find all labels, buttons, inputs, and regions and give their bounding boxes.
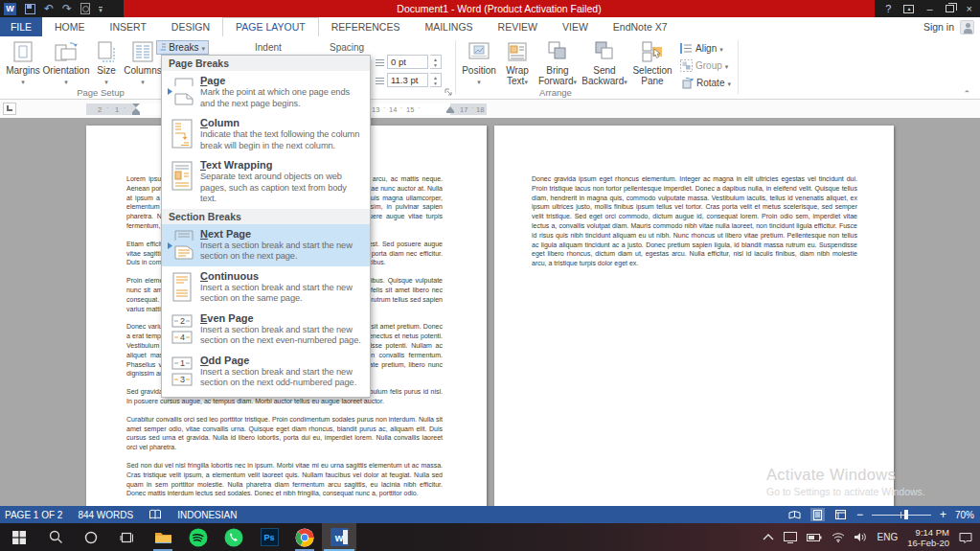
send-backward-button[interactable]: Send Backward	[581, 39, 628, 92]
ruler-number: 15	[406, 105, 414, 114]
ruler-number: 14	[389, 105, 397, 114]
spacing-before-row: 0 pt ▲▼	[376, 55, 442, 69]
customize-qat-icon[interactable]: ▾	[99, 7, 103, 13]
restore-icon[interactable]	[946, 5, 954, 12]
clock[interactable]: 9:14 PM 16-Feb-20	[907, 527, 949, 548]
position-button[interactable]: Position	[460, 39, 498, 92]
tab-file[interactable]: FILE	[0, 17, 42, 36]
menu-item-next-page-break[interactable]: Next Page Insert a section break and sta…	[162, 224, 370, 266]
tab-stop-selector[interactable]	[3, 103, 16, 115]
window-title: Document1 - Word (Product Activation Fai…	[124, 0, 875, 17]
redo-icon[interactable]: ↷	[62, 3, 72, 14]
tab-review[interactable]: REVIEW	[486, 17, 550, 36]
print-layout-icon[interactable]	[810, 508, 825, 521]
date: 16-Feb-20	[907, 538, 949, 548]
ribbon-display-options-icon[interactable]: ▴	[903, 5, 914, 13]
spacing-before-stepper[interactable]: ▲▼	[430, 55, 442, 69]
menu-item-column-break[interactable]: Column Indicate that the text following …	[162, 113, 370, 155]
task-view-button[interactable]	[109, 523, 144, 551]
align-button[interactable]: Align	[680, 41, 723, 55]
zoom-slider[interactable]	[872, 509, 931, 520]
group-button[interactable]: Group	[680, 58, 728, 72]
orientation-button[interactable]: Orientation	[42, 39, 90, 92]
spacing-after-input[interactable]: 11.3 pt	[387, 73, 428, 87]
paragraph-dialog-launcher-icon[interactable]	[444, 88, 453, 97]
rotate-button[interactable]: Rotate	[680, 76, 731, 89]
size-button[interactable]: Size	[92, 39, 121, 92]
save-icon[interactable]	[25, 4, 35, 14]
margins-button[interactable]: Margins	[4, 39, 42, 92]
collapse-ribbon-icon[interactable]: ⌃	[963, 89, 970, 99]
menu-item-even-page-break[interactable]: 2 4 Even Page Insert a section break and…	[162, 309, 370, 351]
ribbon-tab-row: FILE HOME INSERT DESIGN PAGE LAYOUT REFE…	[0, 17, 980, 36]
start-button[interactable]	[2, 523, 36, 551]
tab-page-layout[interactable]: PAGE LAYOUT	[222, 17, 319, 36]
read-mode-icon[interactable]	[787, 508, 802, 521]
tab-references[interactable]: REFERENCES	[319, 17, 413, 36]
ruler-number: 1	[115, 105, 119, 114]
continuous-break-icon	[164, 270, 200, 305]
word-taskbar-button[interactable]: w	[322, 523, 356, 551]
selection-pane-button[interactable]: Selection Pane	[630, 39, 674, 92]
page-break-icon	[164, 75, 200, 109]
search-button[interactable]	[38, 523, 73, 551]
arrange-group-label: Arrange	[498, 87, 613, 98]
proofing-icon[interactable]	[148, 509, 162, 520]
page-2[interactable]: Donec gravida ipsum eget rhoncus element…	[494, 126, 894, 506]
tab-mailings[interactable]: MAILINGS	[412, 17, 485, 36]
wifi-icon[interactable]	[832, 532, 845, 542]
undo-icon[interactable]: ↶	[44, 3, 54, 14]
menu-item-page-break[interactable]: Page Mark the point at which one page en…	[162, 71, 370, 113]
menu-item-continuous-break[interactable]: Continuous Insert a section break and st…	[162, 266, 370, 309]
chrome-button[interactable]	[287, 523, 322, 551]
sign-in[interactable]: Sign in	[923, 17, 974, 36]
menu-item-odd-page-break[interactable]: 1 3 Odd Page Insert a section break and …	[162, 351, 370, 393]
section-breaks-header: Section Breaks	[162, 209, 370, 224]
help-icon[interactable]: ?	[885, 0, 891, 17]
word-app-icon: W	[4, 3, 16, 15]
word-count[interactable]: 844 WORDS	[78, 510, 133, 520]
right-indent-marker[interactable]	[446, 106, 454, 111]
print-preview-icon[interactable]	[80, 3, 90, 14]
cortana-button[interactable]	[74, 523, 108, 551]
wrap-text-button[interactable]: Wrap Text	[500, 39, 535, 92]
hidden-icons-chevron[interactable]	[763, 534, 774, 540]
language-tray[interactable]: ENG	[877, 532, 898, 542]
action-center-icon[interactable]	[959, 532, 972, 543]
spacing-before-input[interactable]: 0 pt	[387, 55, 428, 69]
tab-view[interactable]: VIEW	[550, 17, 601, 36]
taskbar: Ps w	[0, 523, 980, 551]
photoshop-button[interactable]: Ps	[252, 523, 286, 551]
sign-in-label: Sign in	[923, 21, 954, 33]
bring-forward-button[interactable]: Bring Forward	[536, 39, 579, 92]
tab-insert[interactable]: INSERT	[98, 17, 159, 36]
tab-home[interactable]: HOME	[42, 17, 98, 36]
tab-design[interactable]: DESIGN	[159, 17, 222, 36]
language-indicator[interactable]: INDONESIAN	[177, 510, 237, 520]
zoom-level[interactable]: 70%	[955, 510, 974, 520]
spotify-button[interactable]	[181, 523, 216, 551]
selection-pane-icon	[642, 40, 663, 63]
svg-text:3: 3	[180, 375, 185, 384]
menu-item-text-wrapping-break[interactable]: Text Wrapping Separate text around objec…	[162, 155, 370, 209]
page-2-text[interactable]: Donec gravida ipsum eget rhoncus element…	[532, 174, 857, 277]
zoom-in-button[interactable]: +	[940, 508, 946, 521]
web-layout-icon[interactable]	[833, 508, 848, 521]
file-explorer-button[interactable]	[146, 523, 180, 551]
spacing-before-icon	[376, 57, 385, 67]
close-icon[interactable]: ×	[967, 0, 972, 17]
zoom-out-button[interactable]: −	[856, 508, 863, 521]
display-icon[interactable]	[784, 532, 797, 543]
zoom-slider-thumb[interactable]	[904, 510, 908, 519]
whatsapp-button[interactable]	[217, 523, 251, 551]
tab-endnote[interactable]: EndNote X7	[601, 17, 680, 36]
odd-page-break-icon: 1 3	[164, 355, 200, 389]
battery-icon[interactable]	[807, 533, 822, 542]
spacing-after-stepper[interactable]: ▲▼	[430, 73, 442, 87]
volume-icon[interactable]	[855, 532, 867, 542]
breaks-button[interactable]: Breaks	[156, 40, 209, 55]
page-indicator[interactable]: PAGE 1 OF 2	[5, 510, 62, 520]
ruler-number: 18	[476, 105, 484, 114]
send-backward-icon	[594, 40, 615, 63]
minimize-icon[interactable]: –	[926, 0, 932, 17]
